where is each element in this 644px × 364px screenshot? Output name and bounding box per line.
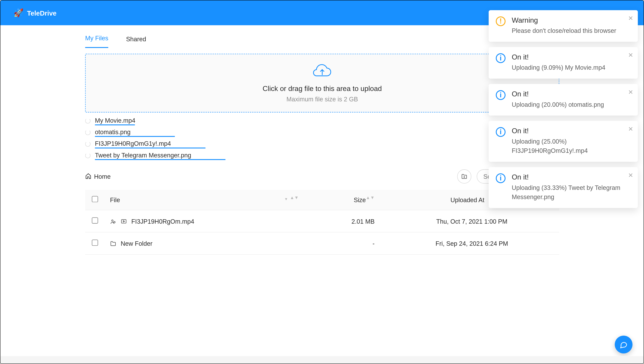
notification-toast: !WarningPlease don't close/reload this b… (489, 10, 638, 42)
home-icon (85, 172, 91, 180)
progress-bar (95, 159, 226, 160)
notification-toast: iOn it!Uploading (33.33%) Tweet by Teleg… (489, 167, 638, 208)
shared-icon (110, 218, 116, 224)
upload-dropzone[interactable]: Click or drag file to this area to uploa… (85, 54, 559, 112)
upload-progress-list: My Movie.mp4 otomatis.png (85, 115, 559, 161)
progress-bar (95, 148, 206, 149)
notification-toast: iOn it!Uploading (25.00%) FI3JP19H0RgOmG… (489, 121, 638, 162)
toast-description: Uploading (25.00%) FI3JP19H0RgOmG1y!.mp4 (512, 137, 623, 155)
file-table: File ▲▼ ▾ Size ▲▼ Uploaded At ▲▼ (85, 190, 559, 255)
cloud-upload-icon (313, 64, 332, 82)
select-all-checkbox[interactable] (92, 196, 98, 202)
col-file[interactable]: File ▲▼ ▾ (105, 190, 304, 210)
close-icon[interactable]: ✕ (628, 172, 634, 179)
video-icon (121, 218, 127, 224)
file-name: New Folder (121, 240, 152, 247)
loading-spinner-icon (85, 130, 90, 135)
svg-point-2 (114, 221, 115, 223)
close-icon[interactable]: ✕ (628, 89, 634, 96)
close-icon[interactable]: ✕ (628, 125, 634, 132)
toast-description: Please don't close/reload this browser (512, 26, 623, 36)
toast-title: On it! (512, 90, 623, 98)
svg-point-1 (112, 220, 113, 221)
breadcrumb-label: Home (94, 173, 111, 180)
toast-title: On it! (512, 53, 623, 61)
file-size: 2.01 MB (304, 210, 384, 232)
upload-item[interactable]: FI3JP19H0RgOmG1y!.mp4 (85, 138, 559, 150)
file-name: FI3JP19H0RgOm.mp4 (131, 218, 194, 225)
chat-fab[interactable] (615, 336, 632, 353)
file-uploaded: Fri, Sep 24, 2021 6:24 PM (384, 232, 559, 255)
upload-item-name: otomatis.png (95, 128, 130, 136)
toast-description: Uploading (20.00%) otomatis.png (512, 100, 623, 109)
folder-icon (110, 240, 116, 246)
sort-icon: ▲▼ (366, 196, 375, 199)
close-icon[interactable]: ✕ (628, 52, 634, 59)
warning-icon: ! (496, 16, 506, 26)
file-size: - (304, 232, 384, 255)
new-folder-button[interactable] (457, 169, 471, 184)
file-uploaded: Thu, Oct 7, 2021 1:00 PM (384, 210, 559, 232)
notification-toast: iOn it!Uploading (9.09%) My Movie.mp4✕ (489, 47, 638, 79)
upload-item-name: FI3JP19H0RgOmG1y!.mp4 (95, 140, 171, 148)
info-icon: i (496, 53, 506, 63)
upload-item-name: My Movie.mp4 (95, 117, 135, 125)
notification-stack: !WarningPlease don't close/reload this b… (489, 10, 638, 208)
upload-item[interactable]: otomatis.png (85, 127, 559, 138)
table-row[interactable]: New Folder-Fri, Sep 24, 2021 6:24 PM (85, 232, 559, 255)
loading-spinner-icon (85, 141, 90, 147)
dropzone-hint: Maximum file size is 2 GB (286, 96, 358, 103)
tab-my-files[interactable]: My Files (85, 35, 108, 48)
loading-spinner-icon (85, 153, 90, 158)
info-icon: i (496, 173, 506, 183)
select-all-cell[interactable] (85, 190, 105, 210)
upload-item-name: Tweet by Telegram Messenger.png (95, 151, 191, 159)
close-icon[interactable]: ✕ (628, 15, 634, 22)
brand[interactable]: 🚀 TeleDrive (14, 8, 56, 18)
progress-bar (95, 136, 175, 137)
dropzone-text: Click or drag file to this area to uploa… (262, 85, 382, 93)
breadcrumb-home[interactable]: Home (85, 172, 110, 180)
toast-description: Uploading (33.33%) Tweet by Telegram Mes… (512, 183, 623, 202)
toast-title: On it! (512, 127, 623, 135)
info-icon: i (496, 90, 506, 100)
toast-title: On it! (512, 173, 623, 181)
table-row[interactable]: FI3JP19H0RgOm.mp42.01 MBThu, Oct 7, 2021… (85, 210, 559, 232)
filter-icon[interactable]: ▾ (285, 196, 287, 201)
breadcrumb-row: Home (85, 169, 559, 184)
row-checkbox[interactable] (92, 240, 98, 246)
upload-item[interactable]: My Movie.mp4 (85, 115, 559, 127)
sort-icon: ▲▼ (290, 196, 298, 199)
notification-toast: iOn it!Uploading (20.00%) otomatis.png✕ (489, 84, 638, 115)
row-checkbox[interactable] (92, 217, 98, 224)
toast-description: Uploading (9.09%) My Movie.mp4 (512, 63, 623, 73)
progress-bar (95, 124, 135, 125)
toast-title: Warning (512, 16, 623, 24)
col-size[interactable]: Size ▲▼ (304, 190, 384, 210)
file-name-cell[interactable]: New Folder (110, 240, 298, 247)
upload-item[interactable]: Tweet by Telegram Messenger.png (85, 150, 559, 161)
brand-name: TeleDrive (27, 9, 56, 17)
file-name-cell[interactable]: FI3JP19H0RgOm.mp4 (110, 218, 298, 225)
info-icon: i (496, 127, 506, 137)
tab-shared[interactable]: Shared (126, 36, 146, 48)
svg-rect-3 (122, 219, 126, 223)
loading-spinner-icon (85, 118, 90, 124)
tabs: My Files Shared (85, 25, 559, 48)
rocket-icon: 🚀 (14, 8, 24, 18)
